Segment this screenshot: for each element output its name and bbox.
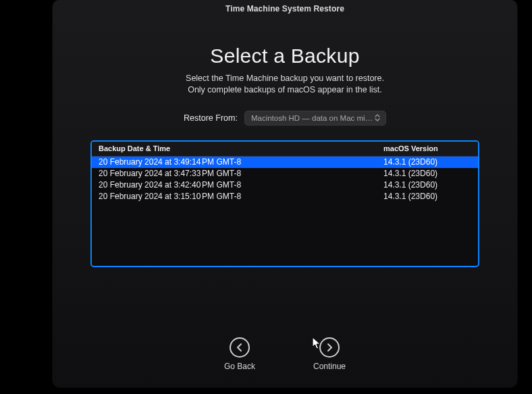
backup-row-date: 20 February 2024 at 3:42:40 PM GMT-8 xyxy=(99,180,383,190)
backup-row-version: 14.3.1 (23D60) xyxy=(383,180,471,190)
backup-list[interactable]: Backup Date & Time macOS Version 20 Febr… xyxy=(90,140,479,267)
updown-icon xyxy=(374,113,381,123)
backup-row-date: 20 February 2024 at 3:49:14 PM GMT-8 xyxy=(99,157,383,167)
restore-window: Time Machine System Restore Select a Bac… xyxy=(53,0,517,387)
backup-row-date: 20 February 2024 at 3:15:10 PM GMT-8 xyxy=(99,192,383,201)
restore-from-row: Restore From: Macintosh HD — data on Mac… xyxy=(80,111,490,125)
page-heading: Select a Backup xyxy=(80,45,490,67)
backup-row[interactable]: 20 February 2024 at 3:42:40 PM GMT-814.3… xyxy=(92,179,478,191)
footer-nav: Go Back Continue xyxy=(53,337,517,371)
restore-from-select[interactable]: Macintosh HD — data on Mac mini -... xyxy=(244,111,386,125)
window-title: Time Machine System Restore xyxy=(53,0,517,18)
go-back-label: Go Back xyxy=(224,362,255,371)
arrow-right-icon xyxy=(319,337,340,358)
backup-row-version: 14.3.1 (23D60) xyxy=(383,157,471,167)
column-header-date[interactable]: Backup Date & Time xyxy=(99,144,383,152)
backup-row-date: 20 February 2024 at 3:47:33 PM GMT-8 xyxy=(99,169,383,178)
column-header-version[interactable]: macOS Version xyxy=(383,144,471,152)
backup-row[interactable]: 20 February 2024 at 3:47:33 PM GMT-814.3… xyxy=(92,168,478,179)
restore-from-selected: Macintosh HD — data on Mac mini -... xyxy=(251,114,374,122)
backup-row[interactable]: 20 February 2024 at 3:15:10 PM GMT-814.3… xyxy=(92,191,478,202)
backup-list-header: Backup Date & Time macOS Version xyxy=(92,142,478,157)
continue-button[interactable]: Continue xyxy=(313,337,346,371)
backup-row[interactable]: 20 February 2024 at 3:49:14 PM GMT-814.3… xyxy=(92,157,478,168)
backup-row-version: 14.3.1 (23D60) xyxy=(383,192,471,201)
continue-label: Continue xyxy=(313,362,346,371)
main-content: Select a Backup Select the Time Machine … xyxy=(53,18,517,267)
restore-from-label: Restore From: xyxy=(184,113,238,123)
backup-row-version: 14.3.1 (23D60) xyxy=(383,169,471,178)
subtitle-line-2: Only complete backups of macOS appear in… xyxy=(80,84,490,96)
arrow-left-icon xyxy=(230,337,250,358)
subtitle-line-1: Select the Time Machine backup you want … xyxy=(80,73,490,84)
go-back-button[interactable]: Go Back xyxy=(224,337,255,371)
